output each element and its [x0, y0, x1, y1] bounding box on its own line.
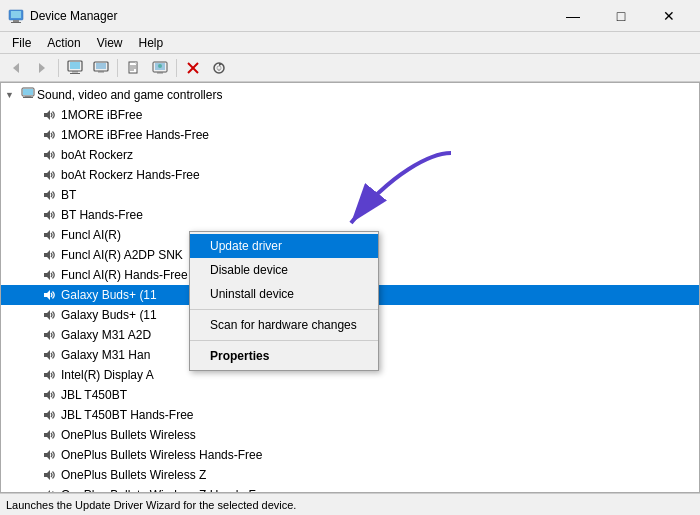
svg-rect-2	[13, 20, 19, 22]
speaker-icon	[41, 307, 57, 323]
svg-rect-12	[98, 71, 104, 73]
tree-item[interactable]: OnePlus Bullets Wireless Z Hands-Free	[1, 485, 699, 492]
svg-marker-36	[44, 190, 50, 200]
svg-rect-31	[23, 97, 33, 98]
tree-item[interactable]: BT	[1, 185, 699, 205]
view-button[interactable]	[89, 57, 113, 79]
speaker-icon	[41, 107, 57, 123]
tree-item[interactable]: OnePlus Bullets Wireless Hands-Free	[1, 445, 699, 465]
tree-item[interactable]: JBL T450BT	[1, 385, 699, 405]
menu-action[interactable]: Action	[39, 34, 88, 52]
back-button[interactable]	[4, 57, 28, 79]
speaker-icon	[41, 327, 57, 343]
context-menu-disable-device[interactable]: Disable device	[190, 258, 378, 282]
svg-rect-3	[11, 22, 21, 23]
context-menu-properties[interactable]: Properties	[190, 344, 378, 368]
doc-button[interactable]	[122, 57, 146, 79]
speaker-icon	[41, 387, 57, 403]
context-menu-separator	[190, 309, 378, 310]
svg-rect-29	[23, 89, 33, 95]
svg-marker-38	[44, 230, 50, 240]
item-label: 1MORE iBFree	[61, 108, 142, 122]
svg-point-22	[158, 64, 162, 68]
item-label: BT Hands-Free	[61, 208, 143, 222]
speaker-icon	[41, 487, 57, 492]
item-label: boAt Rockerz Hands-Free	[61, 168, 200, 182]
tree-item[interactable]: JBL T450BT Hands-Free	[1, 405, 699, 425]
connect-button[interactable]	[148, 57, 172, 79]
item-label: Galaxy Buds+ (11	[61, 288, 157, 302]
speaker-icon	[41, 267, 57, 283]
tree-root[interactable]: ▼ Sound, video and game controllers	[1, 85, 699, 105]
item-label: Intel(R) Display A	[61, 368, 154, 382]
menu-file[interactable]: File	[4, 34, 39, 52]
context-menu-separator-2	[190, 340, 378, 341]
item-label: JBL T450BT Hands-Free	[61, 408, 194, 422]
item-label: 1MORE iBFree Hands-Free	[61, 128, 209, 142]
item-label: Funcl AI(R) A2DP SNK	[61, 248, 183, 262]
item-label: Galaxy Buds+ (11	[61, 308, 157, 322]
main-content: ▼ Sound, video and game controllers	[0, 82, 700, 493]
menu-bar: File Action View Help	[0, 32, 700, 54]
window-title: Device Manager	[30, 9, 550, 23]
app-icon	[8, 8, 24, 24]
svg-marker-37	[44, 210, 50, 220]
item-label: JBL T450BT	[61, 388, 127, 402]
remove-button[interactable]	[181, 57, 205, 79]
minimize-button[interactable]: —	[550, 0, 596, 32]
svg-text:↓: ↓	[218, 66, 221, 72]
toolbar-sep-2	[117, 59, 118, 77]
close-button[interactable]: ✕	[646, 0, 692, 32]
svg-marker-43	[44, 330, 50, 340]
svg-marker-45	[44, 370, 50, 380]
speaker-icon	[41, 187, 57, 203]
svg-marker-49	[44, 450, 50, 460]
context-menu-uninstall-device[interactable]: Uninstall device	[190, 282, 378, 306]
speaker-icon	[41, 427, 57, 443]
forward-button[interactable]	[30, 57, 54, 79]
svg-marker-46	[44, 390, 50, 400]
svg-marker-35	[44, 170, 50, 180]
svg-marker-32	[44, 110, 50, 120]
context-menu-update-driver[interactable]: Update driver	[190, 234, 378, 258]
tree-item[interactable]: OnePlus Bullets Wireless	[1, 425, 699, 445]
item-label: Funcl AI(R) Hands-Free	[61, 268, 188, 282]
speaker-icon	[41, 147, 57, 163]
svg-marker-33	[44, 130, 50, 140]
svg-rect-1	[11, 11, 21, 18]
context-menu-scan[interactable]: Scan for hardware changes	[190, 313, 378, 337]
tree-item[interactable]: boAt Rockerz Hands-Free	[1, 165, 699, 185]
tree-item[interactable]: OnePlus Bullets Wireless Z	[1, 465, 699, 485]
toolbar-sep-3	[176, 59, 177, 77]
svg-marker-39	[44, 250, 50, 260]
speaker-icon	[41, 167, 57, 183]
window-controls: — □ ✕	[550, 0, 692, 32]
speaker-icon	[41, 447, 57, 463]
svg-rect-30	[25, 96, 31, 97]
properties-button[interactable]	[63, 57, 87, 79]
tree-item[interactable]: boAt Rockerz	[1, 145, 699, 165]
computer-icon	[21, 87, 35, 104]
item-label: OnePlus Bullets Wireless	[61, 428, 196, 442]
svg-marker-48	[44, 430, 50, 440]
item-label: Galaxy M31 Han	[61, 348, 150, 362]
speaker-icon	[41, 207, 57, 223]
speaker-icon	[41, 127, 57, 143]
svg-rect-7	[70, 62, 80, 69]
menu-help[interactable]: Help	[131, 34, 172, 52]
tree-item[interactable]: 1MORE iBFree Hands-Free	[1, 125, 699, 145]
menu-view[interactable]: View	[89, 34, 131, 52]
tree-item[interactable]: BT Hands-Free	[1, 205, 699, 225]
refresh-button[interactable]: ↓	[207, 57, 231, 79]
svg-marker-4	[13, 63, 19, 73]
svg-marker-41	[44, 290, 50, 300]
toolbar-sep-1	[58, 59, 59, 77]
maximize-button[interactable]: □	[598, 0, 644, 32]
tree-item[interactable]: 1MORE iBFree	[1, 105, 699, 125]
item-label: Galaxy M31 A2D	[61, 328, 151, 342]
svg-marker-47	[44, 410, 50, 420]
svg-rect-9	[70, 73, 80, 74]
toolbar: ↓	[0, 54, 700, 82]
svg-marker-50	[44, 470, 50, 480]
item-label: OnePlus Bullets Wireless Z	[61, 468, 206, 482]
